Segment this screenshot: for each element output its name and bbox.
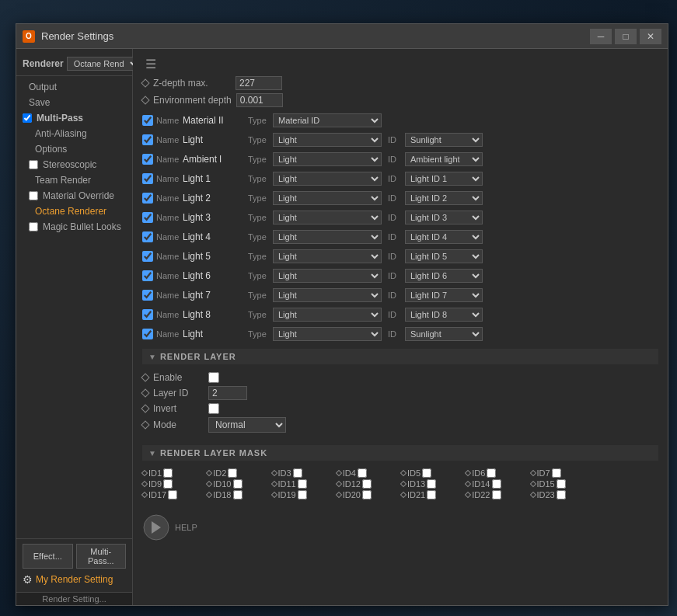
pass-id-select-10[interactable]: Light ID 8: [405, 308, 483, 322]
pass-checkbox-11[interactable]: [142, 329, 153, 339]
pass-checkbox-3[interactable]: [142, 173, 153, 184]
layerid-row: Layer ID: [142, 386, 658, 400]
pass-checkbox-1[interactable]: [142, 134, 153, 145]
mask-cb-id20[interactable]: [362, 490, 372, 499]
mask-cb-id21[interactable]: [427, 490, 436, 499]
gear-icon: ⚙: [23, 573, 33, 586]
sidebar-item-magicbullet[interactable]: Magic Bullet Looks: [16, 219, 132, 235]
mask-cb-id6[interactable]: [487, 468, 496, 478]
sidebar-item-multipass[interactable]: Multi-Pass: [16, 110, 132, 126]
materialoverride-checkbox[interactable]: [29, 191, 38, 200]
render-layer-mask-header[interactable]: ▼ RENDER LAYER MASK: [142, 445, 658, 461]
minimize-button[interactable]: ─: [590, 29, 612, 44]
pass-type-select-9[interactable]: Light: [273, 288, 382, 302]
mask-cb-id1[interactable]: [163, 468, 173, 478]
pass-type-select-4[interactable]: Light: [273, 191, 382, 205]
pass-type-select-0[interactable]: Material ID: [273, 113, 382, 127]
multipass-checkbox[interactable]: [23, 113, 32, 123]
mask-cb-id15[interactable]: [557, 479, 566, 489]
mask-cb-id22[interactable]: [492, 490, 501, 499]
options-label: Options: [35, 144, 67, 155]
pass-checkbox-5[interactable]: [142, 212, 153, 223]
pass-checkbox-7[interactable]: [142, 251, 153, 262]
mask-cb-id7[interactable]: [552, 468, 561, 478]
mode-select[interactable]: Normal: [208, 417, 286, 433]
layerid-input[interactable]: [208, 386, 247, 400]
hamburger-icon[interactable]: ☰: [145, 57, 156, 71]
pass-checkbox-9[interactable]: [142, 290, 153, 301]
pass-type-select-2[interactable]: Light: [273, 152, 382, 166]
pass-id-select-6[interactable]: Light ID 4: [405, 230, 483, 244]
pass-checkbox-2[interactable]: [142, 154, 153, 165]
pass-id-select-2[interactable]: Ambient light: [405, 152, 483, 166]
pass-id-select-4[interactable]: Light ID 2: [405, 191, 483, 205]
desktop: O Render Settings ─ □ ✕ Renderer Octane …: [0, 0, 677, 616]
mask-diamond: [336, 481, 342, 487]
pass-id-select-7[interactable]: Light ID 5: [405, 249, 483, 263]
mask-cb-id10[interactable]: [233, 479, 243, 489]
pass-type-select-1[interactable]: Light: [273, 133, 382, 147]
mask-cb-id14[interactable]: [492, 479, 501, 489]
multipass-button[interactable]: Multi-Pass...: [76, 544, 127, 569]
sidebar-item-antialiasing[interactable]: Anti-Aliasing: [16, 126, 132, 141]
pass-type-select-10[interactable]: Light: [273, 308, 382, 322]
pass-type-select-11[interactable]: Light: [273, 327, 382, 341]
pass-checkbox-4[interactable]: [142, 193, 153, 204]
pass-type-select-6[interactable]: Light: [273, 230, 382, 244]
mask-diamond: [270, 492, 277, 498]
mask-cb-id5[interactable]: [422, 468, 431, 478]
pass-checkbox-8[interactable]: [142, 270, 153, 281]
footer-status: Render Setting...: [16, 592, 132, 605]
mask-cb-id19[interactable]: [298, 490, 307, 499]
list-item: ID6: [466, 468, 529, 478]
mask-cb-id3[interactable]: [293, 468, 302, 478]
renderer-select[interactable]: Octane Renderer: [67, 57, 141, 71]
pass-id-select-8[interactable]: Light ID 6: [405, 269, 483, 283]
mask-cb-id2[interactable]: [228, 468, 237, 478]
mask-cb-id23[interactable]: [557, 490, 566, 499]
mask-cb-id11[interactable]: [298, 479, 307, 489]
sidebar-item-octanerenderer[interactable]: Octane Renderer: [16, 204, 132, 219]
effect-button[interactable]: Effect...: [23, 544, 73, 569]
pass-checkbox-6[interactable]: [142, 231, 153, 242]
mask-cb-id17[interactable]: [168, 490, 177, 499]
multipass-label: Multi-Pass: [37, 113, 83, 124]
envdepth-input[interactable]: [236, 93, 283, 107]
pass-id-select-5[interactable]: Light ID 3: [405, 211, 483, 224]
mask-cb-id18[interactable]: [233, 490, 243, 499]
zdepth-diamond: [141, 78, 149, 87]
mask-cb-id12[interactable]: [362, 479, 372, 489]
mask-diamond: [400, 492, 407, 498]
close-button[interactable]: ✕: [640, 29, 661, 44]
pass-checkbox-10[interactable]: [142, 309, 153, 320]
list-item: ID15: [531, 479, 594, 489]
pass-id-select-9[interactable]: Light ID 7: [405, 288, 483, 302]
envdepth-diamond: [141, 96, 149, 104]
mask-cb-id4[interactable]: [358, 468, 367, 478]
sidebar-item-stereoscopic[interactable]: Stereoscopic: [16, 157, 132, 172]
maximize-button[interactable]: □: [615, 29, 637, 44]
sidebar-item-options[interactable]: Options: [16, 141, 132, 157]
pass-id-select-11[interactable]: Sunlight: [405, 327, 483, 341]
pass-checkbox-0[interactable]: [142, 115, 153, 126]
sidebar-item-output[interactable]: Output: [16, 79, 132, 95]
sidebar-item-save[interactable]: Save: [16, 95, 132, 110]
pass-type-select-7[interactable]: Light: [273, 249, 382, 263]
mask-cb-id13[interactable]: [427, 479, 436, 489]
pass-type-select-5[interactable]: Light: [273, 211, 382, 224]
invert-checkbox[interactable]: [208, 403, 219, 414]
pass-type-select-8[interactable]: Light: [273, 269, 382, 283]
pass-id-select-3[interactable]: Light ID 1: [405, 172, 483, 186]
pass-id-select-1[interactable]: Sunlight: [405, 133, 483, 147]
enable-checkbox[interactable]: [208, 372, 219, 383]
render-setting-link[interactable]: My Render Setting: [36, 574, 113, 585]
render-layer-mask-title: RENDER LAYER MASK: [160, 448, 267, 458]
stereoscopic-checkbox[interactable]: [29, 160, 38, 169]
render-layer-header[interactable]: ▼ RENDER LAYER: [142, 349, 658, 364]
zdepth-input[interactable]: [236, 76, 282, 90]
mask-cb-id9[interactable]: [163, 479, 173, 489]
sidebar-item-materialoverride[interactable]: Material Override: [16, 188, 132, 204]
sidebar-item-teamrender[interactable]: Team Render: [16, 172, 132, 188]
magicbullet-checkbox[interactable]: [29, 222, 38, 231]
pass-type-select-3[interactable]: Light: [273, 172, 382, 186]
